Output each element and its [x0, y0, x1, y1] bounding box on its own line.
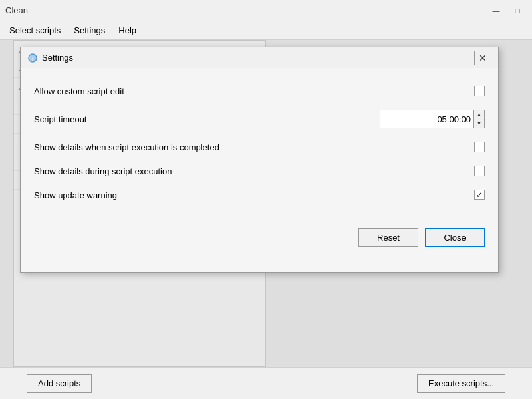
app-title: Clean [5, 5, 487, 15]
show-completed-label: Show details when script execution is co… [34, 142, 418, 152]
menu-settings[interactable]: Settings [67, 23, 112, 38]
timeout-label: Script timeout [34, 114, 380, 124]
dialog-close-button[interactable]: ✕ [474, 51, 491, 65]
title-bar: Clean — □ [0, 0, 532, 21]
spinner-up[interactable]: ▲ [474, 110, 484, 119]
settings-icon: i [27, 53, 38, 63]
timeout-input-group: ▲ ▼ [380, 110, 485, 128]
setting-row-allow-custom: Allow custom script edit [34, 79, 485, 103]
show-during-checkbox[interactable] [474, 166, 485, 176]
allow-custom-control [418, 86, 485, 96]
menu-bar: Select scripts Settings Help [0, 21, 532, 40]
minimize-button[interactable]: — [487, 4, 505, 17]
close-button[interactable]: Close [425, 228, 485, 247]
main-content: A Al Al Di Di Di Di Di i Settings ✕ [0, 40, 532, 367]
update-warning-checkbox[interactable] [474, 190, 485, 200]
setting-row-update-warning: Show update warning [34, 183, 485, 207]
svg-text:i: i [32, 55, 33, 61]
dialog-footer: Reset Close [21, 217, 498, 257]
show-during-label: Show details during script execution [34, 166, 418, 176]
execute-scripts-button[interactable]: Execute scripts... [417, 374, 505, 393]
modal-overlay: i Settings ✕ Allow custom script edit Sc [0, 40, 532, 367]
menu-help[interactable]: Help [112, 23, 143, 38]
allow-custom-label: Allow custom script edit [34, 86, 418, 96]
title-bar-controls: — □ [487, 4, 527, 17]
spinner-buttons: ▲ ▼ [473, 110, 484, 128]
bottom-bar: Add scripts Execute scripts... [0, 367, 532, 399]
spinner-down[interactable]: ▼ [474, 119, 484, 128]
dialog-title: Settings [42, 53, 474, 63]
menu-select-scripts[interactable]: Select scripts [3, 23, 67, 38]
show-completed-checkbox[interactable] [474, 142, 485, 152]
update-warning-label: Show update warning [34, 190, 418, 200]
settings-dialog: i Settings ✕ Allow custom script edit Sc [20, 47, 499, 273]
maximize-button[interactable]: □ [508, 4, 527, 17]
show-completed-control [418, 142, 485, 152]
timeout-input[interactable] [380, 111, 473, 127]
setting-row-show-completed: Show details when script execution is co… [34, 135, 485, 159]
update-warning-control [418, 190, 485, 200]
allow-custom-checkbox[interactable] [474, 86, 485, 96]
reset-button[interactable]: Reset [358, 228, 418, 247]
dialog-title-bar: i Settings ✕ [21, 47, 498, 68]
setting-row-show-during: Show details during script execution [34, 159, 485, 183]
dialog-body: Allow custom script edit Script timeout … [21, 68, 498, 217]
setting-row-timeout: Script timeout ▲ ▼ [34, 103, 485, 135]
timeout-control: ▲ ▼ [380, 110, 485, 128]
add-scripts-button[interactable]: Add scripts [27, 374, 92, 393]
show-during-control [418, 166, 485, 176]
